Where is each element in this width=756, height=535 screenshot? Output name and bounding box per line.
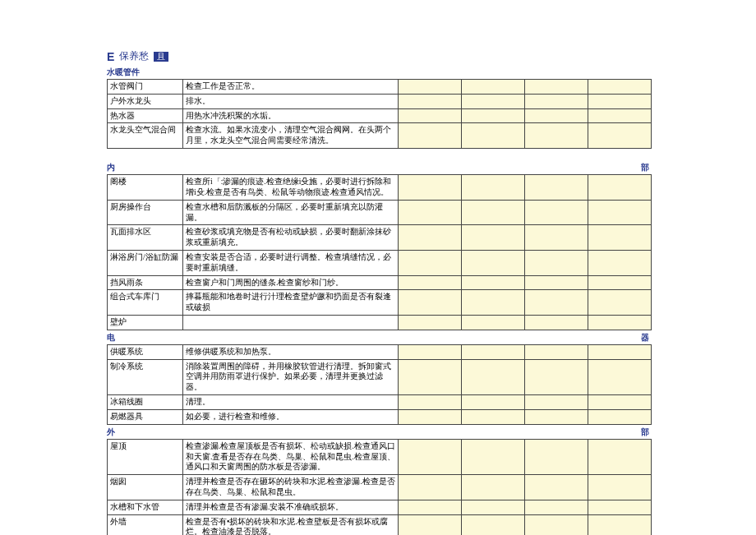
row-label: 供暖系统 xyxy=(108,344,183,359)
check-cell[interactable] xyxy=(462,316,525,330)
check-cell[interactable] xyxy=(588,395,652,410)
row-label: 瓦面排水区 xyxy=(108,225,183,251)
check-cell[interactable] xyxy=(462,409,525,424)
check-cell[interactable] xyxy=(525,175,588,201)
check-cell[interactable] xyxy=(588,316,652,330)
check-cell[interactable] xyxy=(525,275,588,290)
check-cell[interactable] xyxy=(462,94,525,108)
check-cell[interactable] xyxy=(462,344,525,359)
table-row: 厨房操作台检查水槽和后防溅板的分隔区，必要时重新填充以防灌漏。 xyxy=(108,200,652,225)
check-cell[interactable] xyxy=(399,359,462,394)
table-row: 水槽和下水管清理并检查是否有渗漏.安装不准确或损坏。 xyxy=(108,500,652,514)
table-row: 组合式车库门摔暮瓶能和地卷时进行汁理检査壁炉蹶和扔面是否有裂逢或破损 xyxy=(108,290,652,316)
check-cell[interactable] xyxy=(588,80,652,95)
check-cell[interactable] xyxy=(399,200,462,225)
check-cell[interactable] xyxy=(588,359,652,394)
check-cell[interactable] xyxy=(399,475,462,500)
check-cell[interactable] xyxy=(588,409,652,424)
check-cell[interactable] xyxy=(525,359,588,394)
check-cell[interactable] xyxy=(525,395,588,410)
check-cell[interactable] xyxy=(525,409,588,424)
check-cell[interactable] xyxy=(399,500,462,514)
section-title-left: 内 xyxy=(107,162,115,173)
check-cell[interactable] xyxy=(525,225,588,251)
check-cell[interactable] xyxy=(525,500,588,514)
check-cell[interactable] xyxy=(462,250,525,275)
row-label: 冰箱线圈 xyxy=(108,395,183,410)
row-label: 水龙头空气混合间 xyxy=(108,123,183,149)
row-description: 检查所i「:渗漏的痕迹.检查绝缘i殳施，必要时进行拆除和增i殳.检查是否有鸟类、… xyxy=(183,175,399,201)
check-cell[interactable] xyxy=(462,80,525,95)
check-cell[interactable] xyxy=(588,290,652,316)
check-cell[interactable] xyxy=(462,359,525,394)
table-row: 屋顶检查渗漏.检查屋顶板是否有损坏、松动或缺损.检查通风口和天窗.査看是否存在鸟… xyxy=(108,439,652,474)
check-cell[interactable] xyxy=(588,108,652,123)
check-cell[interactable] xyxy=(525,439,588,474)
check-cell[interactable] xyxy=(525,123,588,149)
row-description xyxy=(183,316,399,330)
row-label: 制冷系统 xyxy=(108,359,183,394)
row-description: 检查窗户和门周围的缝条.检查窗纱和门纱。 xyxy=(183,275,399,290)
check-cell[interactable] xyxy=(525,200,588,225)
section-title-left: 外 xyxy=(107,427,115,438)
check-cell[interactable] xyxy=(462,200,525,225)
check-cell[interactable] xyxy=(399,250,462,275)
check-cell[interactable] xyxy=(399,80,462,95)
check-cell[interactable] xyxy=(399,316,462,330)
check-cell[interactable] xyxy=(462,439,525,474)
check-cell[interactable] xyxy=(462,290,525,316)
check-cell[interactable] xyxy=(525,290,588,316)
check-cell[interactable] xyxy=(462,175,525,201)
check-cell[interactable] xyxy=(588,200,652,225)
check-cell[interactable] xyxy=(525,475,588,500)
check-cell[interactable] xyxy=(462,500,525,514)
check-cell[interactable] xyxy=(399,344,462,359)
check-cell[interactable] xyxy=(525,94,588,108)
check-cell[interactable] xyxy=(525,344,588,359)
check-cell[interactable] xyxy=(588,439,652,474)
check-cell[interactable] xyxy=(399,439,462,474)
row-description: 如必要，进行检查和维修。 xyxy=(183,409,399,424)
check-cell[interactable] xyxy=(462,123,525,149)
check-cell[interactable] xyxy=(588,250,652,275)
check-cell[interactable] xyxy=(525,514,588,535)
check-cell[interactable] xyxy=(525,250,588,275)
check-cell[interactable] xyxy=(399,175,462,201)
check-cell[interactable] xyxy=(399,225,462,251)
table-row: 易燃器具如必要，进行检查和维修。 xyxy=(108,409,652,424)
row-label: 户外水龙头 xyxy=(108,94,183,108)
check-cell[interactable] xyxy=(399,275,462,290)
check-cell[interactable] xyxy=(399,108,462,123)
check-cell[interactable] xyxy=(588,94,652,108)
section-title-right: 部 xyxy=(641,427,649,438)
check-cell[interactable] xyxy=(399,514,462,535)
check-cell[interactable] xyxy=(399,123,462,149)
row-label: 组合式车库门 xyxy=(108,290,183,316)
check-cell[interactable] xyxy=(588,475,652,500)
check-cell[interactable] xyxy=(462,225,525,251)
check-cell[interactable] xyxy=(525,316,588,330)
check-cell[interactable] xyxy=(525,108,588,123)
check-cell[interactable] xyxy=(462,108,525,123)
check-cell[interactable] xyxy=(399,409,462,424)
check-cell[interactable] xyxy=(462,275,525,290)
section-title-right: 器 xyxy=(641,332,649,344)
row-description: 消除装置周围的障碍，并用橡胶软管进行清理。拆卸窗式空调并用防雨罩进行保护。如果必… xyxy=(183,359,399,394)
check-cell[interactable] xyxy=(462,395,525,410)
header-letter: E xyxy=(107,50,114,63)
check-cell[interactable] xyxy=(399,395,462,410)
check-cell[interactable] xyxy=(588,275,652,290)
table-row: 热水器用热水冲洗积聚的水垢。 xyxy=(108,108,652,123)
check-cell[interactable] xyxy=(588,123,652,149)
check-cell[interactable] xyxy=(399,94,462,108)
row-label: 厨房操作台 xyxy=(108,200,183,225)
check-cell[interactable] xyxy=(462,514,525,535)
check-cell[interactable] xyxy=(588,175,652,201)
check-cell[interactable] xyxy=(399,290,462,316)
check-cell[interactable] xyxy=(588,514,652,535)
check-cell[interactable] xyxy=(588,225,652,251)
check-cell[interactable] xyxy=(525,80,588,95)
check-cell[interactable] xyxy=(588,344,652,359)
check-cell[interactable] xyxy=(462,475,525,500)
check-cell[interactable] xyxy=(588,500,652,514)
